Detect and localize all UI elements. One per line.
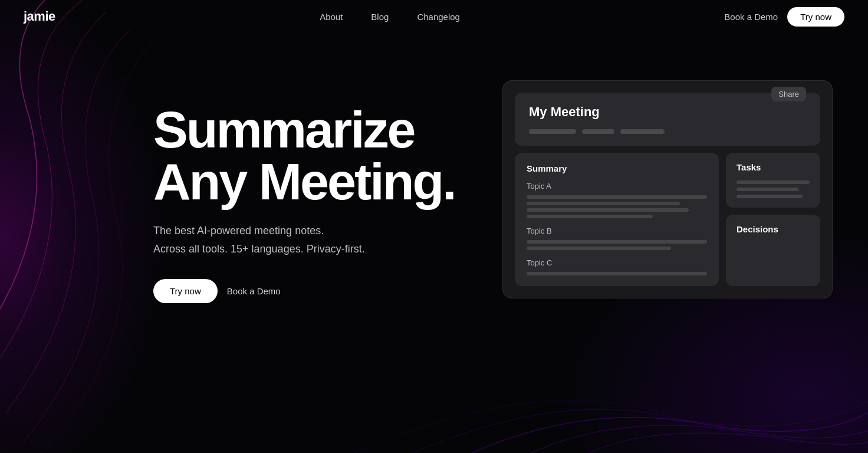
decisions-title: Decisions (737, 224, 810, 234)
share-button[interactable]: Share (771, 87, 806, 101)
task-line-1 (737, 180, 810, 184)
hero-text-block: Summarize Any Meeting. The best AI-power… (153, 68, 455, 303)
hero-try-now-button[interactable]: Try now (153, 279, 218, 303)
topic-b-label: Topic B (527, 226, 707, 235)
meeting-header-card: Share My Meeting (515, 93, 820, 146)
topic-b-line-1 (527, 240, 707, 244)
topic-a-label: Topic A (527, 182, 707, 191)
topic-a-line-2 (527, 202, 680, 205)
task-line-3 (737, 195, 803, 198)
tasks-card: Tasks (726, 153, 820, 208)
topic-b-line-2 (527, 247, 671, 250)
hero-section: Summarize Any Meeting. The best AI-power… (0, 33, 868, 453)
meeting-title: My Meeting (529, 104, 806, 120)
header-placeholder-bars (529, 129, 806, 134)
tasks-title: Tasks (737, 162, 810, 172)
summary-title: Summary (527, 163, 707, 173)
cards-row: Summary Topic A Topic B Topic C (515, 153, 820, 286)
topic-c-line-1 (527, 272, 707, 275)
topic-a-line-4 (527, 215, 653, 218)
nav-actions: Book a Demo Try now (724, 7, 844, 27)
placeholder-bar-3 (620, 129, 665, 134)
mockup-card-outer: Share My Meeting Summary Topic A (502, 80, 833, 298)
hero-subtitle: The best AI-powered meeting notes. Acros… (153, 222, 455, 258)
topic-b-lines (527, 240, 707, 250)
summary-card: Summary Topic A Topic B Topic C (515, 153, 719, 286)
nav-links: About Blog Changelog (320, 12, 460, 22)
hero-subtitle-line2: Across all tools. 15+ languages. Privacy… (153, 243, 365, 255)
ui-mockup: Share My Meeting Summary Topic A (502, 80, 833, 298)
placeholder-bar-2 (582, 129, 614, 134)
navbar: jamie About Blog Changelog Book a Demo T… (0, 0, 868, 33)
topic-c-label: Topic C (527, 258, 707, 267)
hero-buttons: Try now Book a Demo (153, 279, 455, 303)
logo: jamie (24, 9, 55, 24)
nav-blog[interactable]: Blog (371, 12, 389, 22)
hero-title: Summarize Any Meeting. (153, 104, 455, 208)
topic-a-line-1 (527, 195, 707, 199)
topic-a-lines (527, 195, 707, 218)
right-column: Tasks Decisions (726, 153, 820, 286)
nav-about[interactable]: About (320, 12, 343, 22)
nav-book-demo-button[interactable]: Book a Demo (724, 12, 778, 22)
nav-changelog[interactable]: Changelog (417, 12, 460, 22)
hero-title-line2: Any Meeting. (153, 152, 455, 211)
hero-subtitle-line1: The best AI-powered meeting notes. (153, 225, 324, 237)
hero-book-demo-button[interactable]: Book a Demo (227, 286, 281, 296)
topic-a-line-3 (527, 208, 689, 212)
decisions-card: Decisions (726, 215, 820, 286)
placeholder-bar-1 (529, 129, 576, 134)
topic-c-lines (527, 272, 707, 275)
task-line-2 (737, 188, 798, 191)
task-lines (737, 180, 810, 198)
nav-try-now-button[interactable]: Try now (787, 7, 844, 27)
hero-title-line1: Summarize (153, 100, 415, 159)
